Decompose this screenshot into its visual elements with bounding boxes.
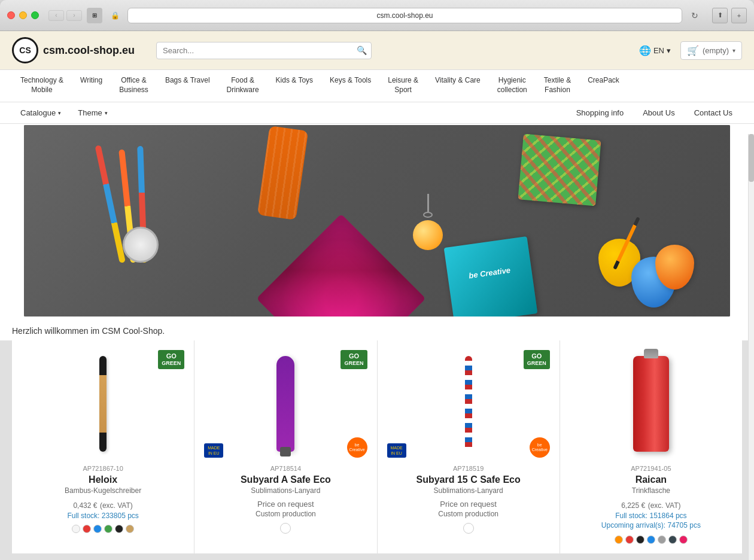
nav-item-writing[interactable]: Writing	[72, 70, 111, 102]
swatch-amber[interactable]	[615, 535, 623, 544]
globe-icon: 🌐	[639, 45, 651, 56]
product-subname-3: Sublimations-Lanyard	[434, 486, 503, 495]
keychain-chain	[427, 194, 429, 212]
product-card-subyard-a[interactable]: GO GREEN MADEIN EU beCreative AP718514 S…	[194, 340, 376, 553]
product-sku: AP721867-10	[83, 465, 123, 472]
madeeu-badge: MADEIN EU	[204, 443, 223, 458]
nav-item-vitality[interactable]: Vitality & Care	[427, 70, 489, 102]
swatch-gray-4[interactable]	[658, 535, 666, 544]
lock-icon: 🔒	[107, 8, 123, 23]
scrollbar[interactable]	[748, 62, 754, 560]
product-sku-4: AP721941-05	[631, 465, 671, 472]
nav-item-leisure[interactable]: Leisure &Sport	[379, 70, 427, 102]
search-icon[interactable]: 🔍	[357, 45, 367, 55]
becreative-badge-3: beCreative	[530, 437, 550, 458]
circle-indicator	[280, 523, 291, 534]
search-input[interactable]	[156, 42, 372, 59]
swatch-red-4[interactable]	[625, 535, 634, 544]
welcome-section: Herzlich willkommen im CSM Cool-Shop.	[0, 316, 754, 340]
product-image-heloix: GO GREEN	[22, 350, 184, 458]
strap-texture	[257, 126, 308, 220]
swatch-pink-4[interactable]	[679, 535, 688, 544]
browser-window: ‹ › ⊞ 🔒 csm.cool-shop.eu ↻ ⬆ + CS csm.co…	[0, 0, 754, 560]
logo-icon: CS	[12, 37, 38, 63]
product-subname-4: Trinkflasche	[632, 486, 670, 495]
nav-item-bags[interactable]: Bags & Travel	[157, 70, 218, 102]
scrollbar-track	[748, 134, 754, 560]
product-stock-4[interactable]: Full stock: 151864 pcs	[615, 512, 686, 520]
contact-us-link[interactable]: Contact Us	[685, 102, 742, 123]
product-upcoming-4[interactable]: Upcoming arrival(s): 74705 pcs	[601, 521, 701, 529]
theme-menu[interactable]: Theme ▾	[69, 102, 115, 123]
swatch-darkgray-4[interactable]	[668, 535, 677, 544]
product-card-subyard-15[interactable]: GO GREEN MADEIN EU beCreative AP718519 S…	[378, 340, 560, 553]
close-button[interactable]	[7, 11, 15, 19]
product-name-3: Subyard 15 C Safe Eco	[416, 474, 520, 485]
nav-item-hygienic[interactable]: Hygieniccollection	[489, 70, 536, 102]
swatch-blue-4[interactable]	[647, 535, 655, 544]
browser-action-buttons: ⬆ +	[712, 8, 747, 23]
nav-item-food[interactable]: Food &Drinkware	[218, 70, 267, 102]
product-name: Heloix	[89, 474, 117, 485]
swatch-tan[interactable]	[126, 525, 134, 533]
nav-item-textile[interactable]: Textile &Fashion	[536, 70, 579, 102]
swatch-white[interactable]	[72, 525, 80, 533]
color-swatches-4	[615, 535, 688, 544]
swatch-black-4[interactable]	[636, 535, 644, 544]
gogreen-badge-2: GO GREEN	[340, 350, 367, 369]
minimize-button[interactable]	[19, 11, 27, 19]
reload-button[interactable]: ↻	[687, 8, 703, 23]
bottle-red-image	[633, 356, 669, 452]
becreative-badge: beCreative	[347, 437, 367, 458]
website-content: CS csm.cool-shop.eu 🔍 🌐 EN ▾ 🛒 (empty) ▾	[0, 31, 754, 560]
product-card-raican[interactable]: AP721941-05 Raican Trinkflasche 6,225 € …	[560, 340, 742, 553]
product-stock[interactable]: Full stock: 233805 pcs	[67, 512, 138, 520]
swatch-green[interactable]	[104, 525, 113, 533]
theme-chevron-icon: ▾	[105, 110, 108, 116]
product-subname: Bambus-Kugelschreiber	[65, 486, 141, 495]
about-us-link[interactable]: About Us	[633, 102, 684, 123]
back-button[interactable]: ‹	[48, 10, 64, 21]
medal-circle	[123, 227, 159, 263]
cart-button[interactable]: 🛒 (empty) ▾	[680, 41, 742, 60]
swatch-red[interactable]	[83, 525, 91, 533]
gogreen-badge: GO GREEN	[158, 350, 184, 369]
maximize-button[interactable]	[31, 11, 39, 19]
scrollbar-thumb[interactable]	[749, 134, 754, 182]
add-tab-button[interactable]: +	[731, 8, 747, 23]
keyball	[413, 220, 443, 250]
share-button[interactable]: ⬆	[712, 8, 728, 23]
nav-item-technology[interactable]: Technology &Mobile	[12, 70, 72, 102]
product-sku-3: AP718519	[453, 465, 484, 472]
swatch-black[interactable]	[115, 525, 123, 533]
nav-item-keys[interactable]: Keys & Tools	[321, 70, 379, 102]
cloth-pattern	[518, 134, 601, 206]
shopping-info-link[interactable]: Shopping info	[567, 102, 634, 123]
product-price-4: 6,225 € (exc. VAT)	[621, 500, 680, 510]
logo-text: csm.cool-shop.eu	[43, 44, 135, 57]
main-navigation: Technology &Mobile Writing Office &Busin…	[0, 70, 754, 102]
url-bar[interactable]: csm.cool-shop.eu	[127, 8, 682, 23]
keychain-ring	[423, 212, 433, 218]
products-grid: GO GREEN AP721867-10 Heloix Bambus-Kugel…	[0, 340, 754, 560]
nav-item-creapack[interactable]: CreaPack	[579, 70, 628, 102]
catalogue-menu[interactable]: Catalogue ▾	[12, 102, 69, 123]
product-production-2: Custom production	[256, 510, 316, 518]
header-right: 🌐 EN ▾ 🛒 (empty) ▾	[639, 41, 742, 60]
lanyard-group	[120, 143, 147, 263]
language-selector[interactable]: 🌐 EN ▾	[639, 45, 671, 56]
hero-banner: be Creative	[24, 125, 730, 316]
logo-link[interactable]: CS csm.cool-shop.eu	[12, 37, 135, 63]
gogreen-go-2: GO	[344, 352, 363, 360]
forward-button[interactable]: ›	[66, 10, 82, 21]
nav-item-kids[interactable]: Kids & Toys	[267, 70, 321, 102]
gogreen-go: GO	[162, 352, 181, 360]
nav-item-office[interactable]: Office &Business	[111, 70, 157, 102]
catalogue-chevron-icon: ▾	[58, 110, 61, 116]
product-card-heloix[interactable]: GO GREEN AP721867-10 Heloix Bambus-Kugel…	[12, 340, 194, 553]
product-image-subyard-a: GO GREEN MADEIN EU beCreative	[204, 350, 367, 458]
product-price-request-3: Price on request	[440, 500, 497, 509]
umbrella-shading	[257, 214, 426, 316]
swatch-blue[interactable]	[93, 525, 102, 533]
theme-label: Theme	[78, 108, 102, 117]
